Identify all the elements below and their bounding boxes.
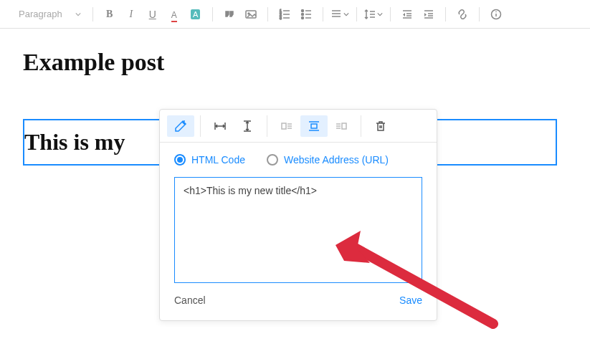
separator	[356, 7, 357, 21]
svg-point-30	[495, 11, 497, 12]
indent-button[interactable]	[419, 5, 438, 24]
html-code-input[interactable]	[174, 177, 422, 283]
svg-rect-42	[342, 123, 346, 129]
edit-tab[interactable]	[167, 115, 194, 137]
align-center-tab[interactable]	[300, 115, 328, 137]
radio-icon	[174, 154, 186, 166]
indent-icon	[423, 9, 434, 20]
outdent-button[interactable]	[398, 5, 417, 24]
save-button[interactable]: Save	[399, 294, 422, 306]
radio-url-label: Website Address (URL)	[284, 154, 389, 166]
block-type-select[interactable]: Paragraph	[14, 9, 85, 19]
unordered-list-button[interactable]	[297, 5, 315, 24]
delete-tab[interactable]	[367, 115, 394, 137]
radio-html-code[interactable]: HTML Code	[174, 154, 245, 166]
italic-button[interactable]: I	[122, 5, 141, 24]
embed-preview-text: This is my	[24, 129, 125, 155]
separator	[361, 115, 361, 137]
chevron-down-icon	[377, 11, 383, 17]
image-icon	[245, 9, 257, 20]
text-color-button[interactable]: A	[165, 5, 184, 24]
info-button[interactable]	[487, 5, 505, 24]
underline-button[interactable]: U	[143, 5, 162, 24]
separator	[200, 115, 201, 137]
ordered-list-button[interactable]: 123	[275, 5, 294, 24]
separator	[445, 7, 446, 21]
outdent-icon	[401, 9, 413, 20]
quote-icon	[224, 9, 235, 20]
block-type-label: Paragraph	[19, 9, 62, 19]
info-icon	[490, 9, 502, 20]
trash-icon	[374, 120, 387, 133]
separator	[267, 115, 267, 137]
link-icon	[457, 9, 468, 20]
width-icon	[214, 120, 227, 133]
svg-point-10	[301, 16, 303, 19]
float-right-icon	[335, 120, 348, 133]
height-icon	[241, 120, 254, 133]
highlight-button[interactable]: A	[186, 5, 205, 24]
ul-icon	[300, 9, 312, 20]
width-tab[interactable]	[206, 115, 234, 137]
separator	[323, 7, 323, 21]
height-tab[interactable]	[234, 115, 261, 137]
embed-settings-popup: HTML Code Website Address (URL) Cancel S…	[159, 109, 437, 321]
svg-point-8	[301, 9, 303, 11]
source-type-radios: HTML Code Website Address (URL)	[174, 154, 422, 166]
popup-body: HTML Code Website Address (URL) Cancel S…	[160, 143, 437, 320]
svg-rect-35	[282, 123, 286, 129]
page-title[interactable]: Example post	[23, 49, 567, 76]
separator	[267, 7, 268, 21]
image-button[interactable]	[242, 5, 260, 24]
ol-icon: 123	[279, 9, 290, 20]
popup-footer: Cancel Save	[174, 294, 422, 310]
radio-website-url[interactable]: Website Address (URL)	[267, 154, 389, 166]
separator	[92, 7, 93, 21]
chevron-down-icon	[343, 11, 349, 17]
float-left-icon	[280, 120, 293, 133]
align-button[interactable]	[330, 5, 349, 24]
separator	[212, 7, 213, 21]
svg-point-1	[248, 13, 249, 14]
separator	[390, 7, 391, 21]
popup-tabs	[160, 110, 437, 143]
svg-rect-40	[311, 124, 317, 128]
separator	[479, 7, 480, 21]
editor-toolbar: Paragraph B I U A A 123	[0, 0, 590, 29]
wand-icon	[174, 120, 187, 133]
align-left-tab[interactable]	[273, 115, 300, 137]
bold-button[interactable]: B	[100, 5, 119, 24]
link-button[interactable]	[453, 5, 472, 24]
svg-point-9	[301, 13, 303, 15]
chevron-down-icon	[75, 11, 81, 17]
radio-icon	[267, 154, 278, 166]
line-height-button[interactable]	[364, 5, 383, 24]
align-right-tab[interactable]	[328, 115, 355, 137]
line-height-icon	[364, 9, 376, 20]
quote-button[interactable]	[220, 5, 239, 24]
radio-html-label: HTML Code	[191, 154, 245, 166]
align-icon	[330, 9, 342, 20]
cancel-button[interactable]: Cancel	[174, 294, 206, 306]
svg-text:3: 3	[280, 16, 282, 20]
float-center-icon	[308, 120, 320, 133]
